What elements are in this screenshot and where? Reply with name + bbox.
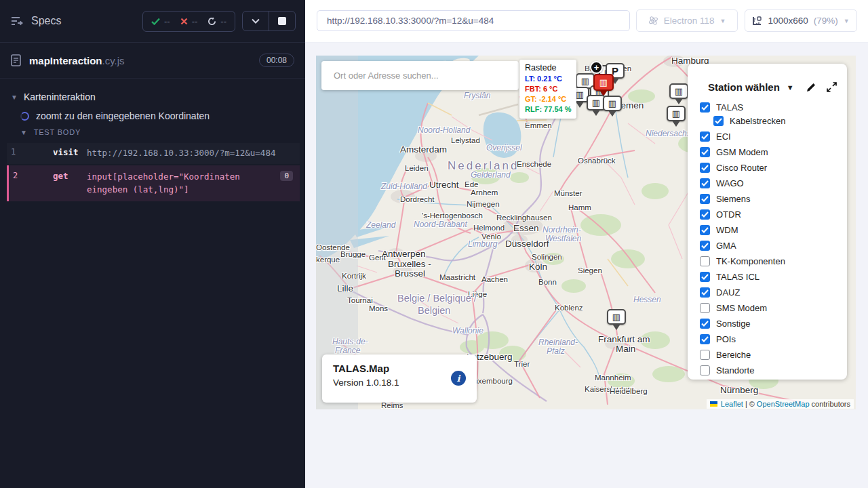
station-filter-bereiche[interactable]: Bereiche [700, 350, 847, 360]
checkbox-checked-icon[interactable] [700, 209, 710, 220]
command-row-get[interactable]: 2 get input[placeholder="Koordinaten ein… [7, 165, 300, 202]
station-filter-otdr[interactable]: OTDR [700, 209, 847, 220]
browser-selector[interactable]: Electron 118 ▼ [636, 9, 738, 32]
station-filter-pois[interactable]: POIs [700, 334, 847, 344]
map-label: Noord-Brabant [414, 220, 467, 229]
map-label: Heidelberg [610, 387, 648, 395]
checkbox-checked-icon[interactable] [700, 334, 710, 344]
reporter-controls [242, 11, 296, 31]
test-row[interactable]: zoomt zu den eingegebenen Koordinaten [0, 106, 305, 125]
tooltip-measurement: GT: -2.14 °C [525, 94, 571, 104]
map-label: Frankfurt am [598, 334, 650, 344]
search-input[interactable] [334, 70, 511, 81]
checkbox-checked-icon[interactable] [713, 116, 724, 126]
url-bar[interactable]: http://192.168.10.33:3000/?m=12&u=484 [317, 10, 630, 31]
attribution-separator: | [745, 400, 747, 408]
checkbox-checked-icon[interactable] [700, 287, 710, 298]
checkbox-checked-icon[interactable] [700, 194, 710, 204]
marker-tail [608, 110, 616, 121]
command-row-visit[interactable]: 1 visit http://192.168.10.33:3000/?m=12&… [7, 143, 300, 164]
station-filter-gma[interactable]: GMA [700, 241, 847, 251]
edit-pencil-icon[interactable] [806, 82, 816, 93]
map-label: Zuid-Holland [381, 182, 427, 191]
station-filter-wdm[interactable]: WDM [700, 225, 847, 235]
osm-link[interactable]: OpenStreetMap [757, 400, 810, 408]
station-glyph-icon: ▥ [612, 312, 620, 321]
station-filter-sonstige[interactable]: Sonstige [700, 319, 847, 329]
map-label: Helmond [473, 224, 505, 232]
electron-icon [648, 16, 658, 26]
app-version: Version 1.0.18.1 [333, 378, 466, 388]
checkbox-checked-icon[interactable] [700, 272, 710, 282]
station-filter-standorte[interactable]: Standorte [700, 365, 847, 375]
leaflet-map[interactable]: HamburgBremerhavenBremenNiedersachsenEmm… [316, 56, 856, 409]
map-label: Zeeland [366, 220, 395, 230]
command-message: http://192.168.10.33:3000/?m=12&u=484 [87, 147, 275, 160]
map-label: Lelystad [451, 136, 480, 144]
leaflet-link[interactable]: Leaflet [721, 400, 743, 408]
map-label: Aachen [481, 275, 508, 283]
checkbox-checked-icon[interactable] [700, 178, 710, 188]
info-icon[interactable]: i [451, 371, 466, 386]
suite-row[interactable]: ▼ Karteninteraktion [0, 88, 305, 106]
command-method: get [53, 171, 79, 181]
command-log: 1 visit http://192.168.10.33:3000/?m=12&… [0, 143, 305, 201]
map-label: Nordrhein- [542, 225, 581, 235]
map-label: Hessen [633, 295, 661, 304]
checkbox-unchecked-icon[interactable] [700, 303, 710, 313]
station-filter-label: TK-Komponenten [716, 256, 785, 266]
checkbox-checked-icon[interactable] [700, 319, 710, 329]
station-filter-talas-icl[interactable]: TALAS ICL [700, 272, 847, 282]
station-filter-kabelstrecken[interactable]: Kabelstrecken [713, 116, 847, 126]
station-filter-tk-komponenten[interactable]: TK-Komponenten [700, 256, 847, 266]
map-label: Westfalen [545, 234, 581, 243]
map-label: Koblenz [555, 304, 583, 312]
station-filter-talas[interactable]: TALAS [700, 102, 847, 113]
map-label: Arnhem [471, 188, 498, 197]
station-filter-wago[interactable]: WAGO [700, 178, 847, 188]
checkbox-unchecked-icon[interactable] [700, 365, 710, 375]
marker-cluster-expand[interactable]: + [590, 61, 603, 74]
spec-extension: .cy.js [102, 55, 125, 66]
station-marker[interactable]: ▥ [669, 83, 688, 108]
checkbox-unchecked-icon[interactable] [700, 256, 710, 266]
checkbox-checked-icon[interactable] [700, 131, 710, 142]
stop-icon [278, 17, 286, 25]
chevron-down-icon: ▼ [844, 18, 850, 24]
station-glyph-icon: ▥ [576, 90, 584, 99]
checkbox-checked-icon[interactable] [700, 102, 710, 113]
station-filter-dauz[interactable]: DAUZ [700, 287, 847, 298]
chevron-down-icon [252, 18, 260, 24]
specs-menu-icon[interactable] [11, 16, 23, 26]
map-label: Bonn [538, 278, 557, 286]
map-label: Main [616, 344, 635, 354]
collapse-button[interactable] [243, 12, 269, 30]
map-label: Belgien [418, 305, 450, 316]
stat-failed-count: -- [192, 16, 198, 26]
map-label: France [335, 346, 360, 355]
checkbox-checked-icon[interactable] [700, 241, 710, 251]
stop-button[interactable] [269, 12, 295, 30]
station-filter-gsm-modem[interactable]: GSM Modem [700, 147, 847, 157]
station-panel-header: Station wählen ▼ [700, 76, 847, 102]
spec-duration-badge: 00:08 [259, 54, 294, 67]
spec-row[interactable]: mapInteraction.cy.js 00:08 [0, 43, 305, 79]
checkbox-unchecked-icon[interactable] [700, 350, 710, 360]
station-marker[interactable]: ▥ [667, 106, 686, 131]
map-label: Trier [514, 360, 530, 368]
test-body-row[interactable]: ▼ TEST BODY [0, 125, 305, 140]
station-filter-sms-modem[interactable]: SMS Modem [700, 303, 847, 313]
station-marker[interactable]: ▥ [603, 96, 622, 121]
checkbox-checked-icon[interactable] [700, 147, 710, 157]
station-filter-eci[interactable]: ECI [700, 131, 847, 142]
station-marker[interactable]: ▥ [607, 309, 626, 334]
fullscreen-expand-icon[interactable] [826, 81, 837, 93]
viewport-info-button[interactable]: 1000x660 (79%) ▼ [745, 9, 857, 32]
station-filter-siemens[interactable]: Siemens [700, 194, 847, 204]
map-label: Limburg [468, 239, 497, 249]
map-label: Amsterdam [400, 144, 447, 155]
chevron-down-icon[interactable]: ▼ [787, 83, 794, 92]
station-filter-cisco-router[interactable]: Cisco Router [700, 163, 847, 173]
checkbox-checked-icon[interactable] [700, 163, 710, 173]
checkbox-checked-icon[interactable] [700, 225, 710, 235]
